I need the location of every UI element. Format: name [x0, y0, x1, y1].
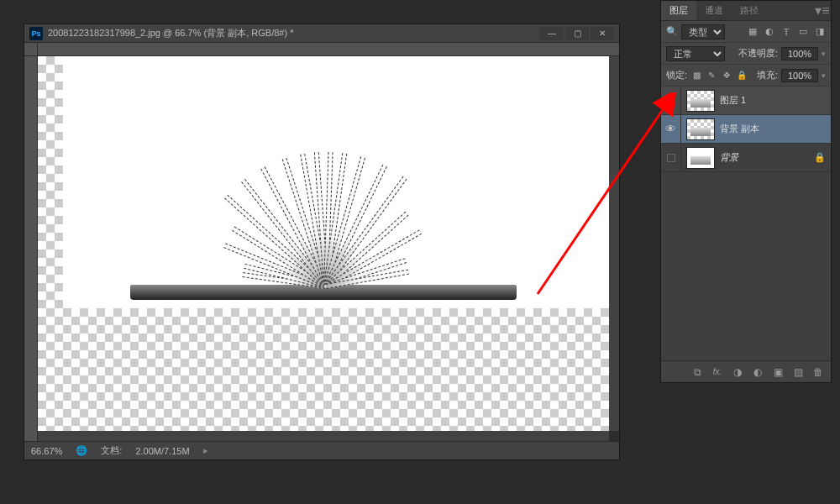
- fill-label: 填充:: [757, 69, 778, 81]
- layers-panel: 图层 通道 路径 ▾≡ 🔍 类型 ▦ ◐ T ▭ ◨ 正常 不透明度: ▾ 锁定…: [660, 0, 832, 383]
- status-doc-value: 2.00M/7.15M: [135, 446, 189, 456]
- lock-transparency-icon[interactable]: ▩: [690, 70, 702, 81]
- new-layer-icon[interactable]: ▤: [792, 366, 804, 378]
- opacity-arrow-icon[interactable]: ▾: [822, 50, 826, 58]
- mask-icon[interactable]: ◑: [732, 366, 743, 378]
- ruler-horizontal[interactable]: [38, 43, 619, 56]
- canvas-viewport[interactable]: [38, 56, 609, 431]
- status-separator: 🌐: [76, 445, 87, 456]
- scrollbar-vertical[interactable]: [609, 56, 619, 431]
- filter-smart-icon[interactable]: ◨: [814, 26, 826, 38]
- status-play-icon[interactable]: ▸: [203, 445, 208, 456]
- visibility-toggle[interactable]: [661, 144, 681, 171]
- layer-name-label[interactable]: 图层 1: [720, 94, 826, 107]
- minimize-button[interactable]: —: [540, 27, 564, 40]
- visibility-toggle[interactable]: 👁: [661, 87, 681, 114]
- panel-menu-button[interactable]: ▾≡: [814, 1, 831, 20]
- lock-all-icon[interactable]: 🔒: [736, 70, 748, 81]
- layer-thumbnail[interactable]: [686, 118, 715, 140]
- layer-thumbnail[interactable]: [686, 147, 715, 169]
- document-window: Ps 20081223182317998_2.jpg @ 66.7% (背景 副…: [24, 24, 620, 460]
- filter-pixel-icon[interactable]: ▦: [747, 26, 759, 38]
- close-button[interactable]: ✕: [591, 27, 614, 40]
- delete-layer-icon[interactable]: 🗑: [812, 366, 824, 378]
- ruler-corner[interactable]: [24, 43, 38, 56]
- opacity-input[interactable]: [781, 47, 818, 60]
- filter-icons: ▦ ◐ T ▭ ◨: [747, 26, 826, 38]
- link-layers-icon[interactable]: ⧉: [691, 366, 703, 378]
- transparency-checker: [38, 56, 609, 431]
- panel-tabs: 图层 通道 路径 ▾≡: [661, 1, 831, 21]
- tab-layers[interactable]: 图层: [661, 1, 696, 20]
- layer-name-label[interactable]: 背景: [720, 151, 814, 164]
- fill-input[interactable]: [781, 69, 818, 82]
- visibility-toggle[interactable]: 👁: [661, 115, 681, 143]
- zoom-display[interactable]: 66.67%: [31, 446, 62, 456]
- window-controls: — ▢ ✕: [540, 27, 614, 40]
- layer-thumbnail[interactable]: [686, 90, 715, 112]
- filter-adjust-icon[interactable]: ◐: [764, 26, 775, 38]
- layer-filter-row: 🔍 类型 ▦ ◐ T ▭ ◨: [661, 21, 831, 43]
- document-statusbar: 66.67% 🌐 文档: 2.00M/7.15M ▸: [24, 441, 619, 459]
- layer-lock-icon: 🔒: [814, 152, 826, 163]
- layer-item[interactable]: 👁 图层 1: [661, 87, 831, 115]
- layer-item[interactable]: 背景 🔒: [661, 144, 831, 172]
- tab-paths[interactable]: 路径: [732, 1, 767, 20]
- group-icon[interactable]: ▣: [772, 366, 784, 378]
- lock-move-icon[interactable]: ✥: [721, 70, 732, 81]
- photoshop-badge-icon: Ps: [29, 27, 43, 40]
- fx-icon[interactable]: fx.: [711, 366, 723, 378]
- blend-row: 正常 不透明度: ▾: [661, 43, 831, 65]
- document-title-group: Ps 20081223182317998_2.jpg @ 66.7% (背景 副…: [29, 27, 293, 40]
- filter-text-icon[interactable]: T: [780, 26, 792, 38]
- tab-channels[interactable]: 通道: [696, 1, 732, 20]
- opacity-label: 不透明度:: [738, 47, 778, 60]
- lock-brush-icon[interactable]: ✎: [706, 70, 717, 81]
- image-opaque-region: [63, 56, 609, 308]
- lock-icons-group: ▩ ✎ ✥ 🔒: [690, 70, 748, 81]
- canvas-area: [24, 43, 619, 441]
- ruler-vertical[interactable]: [24, 56, 38, 441]
- document-titlebar[interactable]: Ps 20081223182317998_2.jpg @ 66.7% (背景 副…: [24, 24, 619, 43]
- lock-row: 锁定: ▩ ✎ ✥ 🔒 填充: ▾: [661, 65, 831, 87]
- layer-name-label[interactable]: 背景 副本: [720, 123, 826, 135]
- layer-list: 👁 图层 1 👁 背景 副本 背景 🔒: [661, 87, 831, 360]
- adjustment-icon[interactable]: ◐: [752, 366, 764, 378]
- status-doc-label: 文档:: [101, 444, 122, 457]
- filter-shape-icon[interactable]: ▭: [797, 26, 809, 38]
- layers-panel-footer: ⧉ fx. ◑ ◐ ▣ ▤ 🗑: [661, 360, 831, 382]
- filter-kind-select[interactable]: 类型: [681, 24, 725, 39]
- maximize-button[interactable]: ▢: [565, 27, 589, 40]
- scrollbar-horizontal[interactable]: [38, 431, 609, 441]
- document-title-text: 20081223182317998_2.jpg @ 66.7% (背景 副本, …: [48, 27, 293, 39]
- layer-item[interactable]: 👁 背景 副本: [661, 115, 831, 144]
- filter-search-icon[interactable]: 🔍: [666, 26, 678, 38]
- book-image: [130, 132, 517, 300]
- lock-label: 锁定:: [666, 69, 687, 81]
- blend-mode-select[interactable]: 正常: [666, 46, 725, 61]
- fill-arrow-icon[interactable]: ▾: [822, 71, 826, 80]
